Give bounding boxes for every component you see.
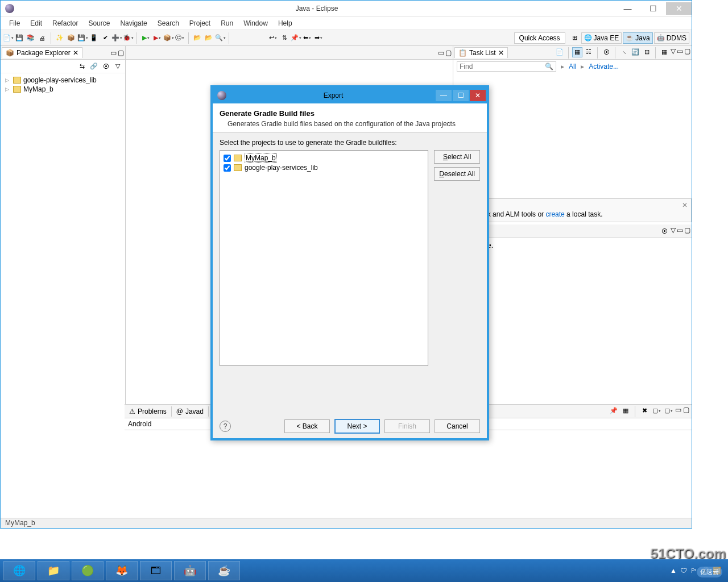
task-cat-icon[interactable]: ▦ — [572, 47, 582, 57]
menu-help[interactable]: Help — [273, 18, 297, 29]
save-drop-icon[interactable]: 💾 — [77, 33, 88, 43]
pin-icon[interactable]: 📌 — [291, 33, 301, 43]
console-open-icon[interactable]: ▢ — [651, 406, 661, 416]
project-item[interactable]: google-play-services_lib — [222, 163, 425, 172]
avd-icon[interactable]: 📱 — [89, 33, 99, 43]
task-new-icon[interactable]: 📄 — [555, 47, 565, 57]
taskbar-eclipse-icon[interactable]: ☕ — [208, 561, 240, 580]
run-icon[interactable]: ▶ — [140, 33, 151, 43]
focus-icon[interactable]: ⦿ — [101, 61, 111, 72]
taskbar-android-studio-icon[interactable]: 🤖 — [174, 561, 206, 580]
tree-item[interactable]: ▷MyMap_b — [2, 85, 124, 94]
console-clear-icon[interactable]: ✖ — [639, 406, 650, 416]
persp-java[interactable]: ☕ Java — [623, 32, 652, 44]
wand-icon[interactable]: ✨ — [55, 33, 65, 43]
project-item[interactable]: MyMap_b — [222, 153, 425, 163]
run-ext-icon[interactable]: ▶ — [152, 33, 162, 43]
maximize-view-icon[interactable]: ▢ — [118, 49, 124, 57]
project-checkbox[interactable] — [224, 155, 231, 162]
menu-run[interactable]: Run — [216, 18, 238, 29]
menu-navigate[interactable]: Navigate — [115, 18, 152, 29]
minimize-task-icon[interactable]: ▭ — [677, 47, 683, 59]
minimize-outline-icon[interactable]: ▭ — [677, 226, 683, 236]
next-button[interactable]: Next > — [334, 419, 380, 434]
console-disp-icon[interactable]: ▦ — [621, 406, 631, 416]
task-sched-icon[interactable]: ☵ — [584, 47, 594, 57]
deselect-all-button[interactable]: Deselect All — [434, 167, 480, 181]
persp-ddms[interactable]: 🤖 DDMS — [654, 32, 689, 44]
maximize-outline-icon[interactable]: ▢ — [684, 226, 690, 236]
select-all-button[interactable]: Select All — [434, 150, 480, 164]
javadoc-tab[interactable]: @ Javad — [172, 406, 209, 417]
save-icon[interactable]: 💾 — [14, 33, 24, 43]
toggle-icon[interactable]: ⇅ — [279, 33, 289, 43]
tray-shield-icon[interactable]: 🛡 — [680, 567, 687, 575]
minimize-view-icon[interactable]: ▭ — [110, 49, 117, 57]
collapse-icon[interactable]: ⇆ — [77, 61, 87, 72]
quick-access[interactable]: Quick Access — [514, 32, 565, 44]
task-focus-icon[interactable]: ⦿ — [601, 47, 611, 57]
new-proj-icon[interactable]: ➕ — [111, 33, 122, 43]
console-new-icon[interactable]: ▢ — [663, 406, 673, 416]
task-search-input[interactable] — [460, 63, 545, 70]
nav-icon[interactable]: ↩ — [268, 33, 278, 43]
minimize-bottom-icon[interactable]: ▭ — [675, 406, 681, 417]
maximize-button[interactable]: ☐ — [640, 2, 666, 15]
task-list-tab[interactable]: 📋 Task List ✕ — [454, 47, 508, 58]
taskbar-explorer-icon[interactable]: 📁 — [38, 561, 69, 580]
taskbar-ie-icon[interactable]: 🌐 — [3, 561, 35, 580]
dialog-maximize-button[interactable]: ☐ — [453, 90, 469, 101]
menu-refactor[interactable]: Refactor — [47, 18, 83, 29]
task-all-link[interactable]: All — [569, 63, 576, 70]
menu-project[interactable]: Project — [184, 18, 216, 29]
task-ui-icon[interactable]: ▦ — [659, 47, 669, 57]
maximize-editor-icon[interactable]: ▢ — [445, 49, 452, 57]
fwd-icon[interactable]: ➡ — [313, 33, 324, 43]
project-checkbox[interactable] — [224, 164, 231, 172]
menu-edit[interactable]: Edit — [25, 18, 47, 29]
open-type-icon[interactable]: 📂 — [192, 33, 202, 43]
new-icon[interactable]: 📄 — [3, 33, 13, 43]
dialog-titlebar[interactable]: Export — ☐ ✕ — [213, 88, 487, 103]
cancel-button[interactable]: Cancel — [435, 419, 480, 433]
close-mylyn-icon[interactable]: ✕ — [682, 201, 688, 209]
mylyn-create-link[interactable]: create — [545, 210, 564, 218]
problems-tab[interactable]: ⚠ Problems — [125, 406, 172, 417]
package-explorer-tab[interactable]: 📦 Package Explorer ✕ — [2, 47, 82, 58]
task-sync-icon[interactable]: 🔄 — [630, 47, 640, 57]
taskbar-app-icon[interactable]: 🗔 — [140, 561, 172, 580]
menu-file[interactable]: File — [4, 18, 25, 29]
open-perspective-icon[interactable]: ⊞ — [570, 33, 580, 43]
outline-menu-icon[interactable]: ▽ — [671, 226, 676, 236]
search-icon[interactable]: 🔍 — [215, 33, 225, 43]
back-icon[interactable]: ⬅ — [302, 33, 312, 43]
box-icon[interactable]: 📦 — [66, 33, 76, 43]
task-activate-link[interactable]: Activate... — [589, 63, 619, 70]
new-pkg-icon[interactable]: 📦 — [163, 33, 173, 43]
task-menu-icon[interactable]: ▽ — [671, 47, 676, 59]
task-collapse-icon[interactable]: ⊟ — [642, 47, 652, 57]
new-class-icon[interactable]: Ⓒ — [175, 33, 185, 43]
persp-javaee[interactable]: 🌐 Java EE — [581, 32, 622, 44]
taskbar-firefox-icon[interactable]: 🦊 — [106, 561, 138, 580]
tree-item[interactable]: ▷google-play-services_lib — [2, 76, 124, 85]
view-menu-icon[interactable]: ▽ — [113, 61, 123, 72]
print-icon[interactable]: 🖨 — [37, 33, 47, 43]
lint-icon[interactable]: ✔ — [100, 33, 110, 43]
open-task-icon[interactable]: 📂 — [204, 33, 214, 43]
maximize-task-icon[interactable]: ▢ — [684, 47, 690, 59]
task-search[interactable]: 🔍 — [457, 61, 556, 72]
outline-focus-icon[interactable]: ⦿ — [659, 226, 669, 236]
tray-flag-icon[interactable]: ▲ — [670, 567, 677, 575]
save-all-icon[interactable]: 📚 — [26, 33, 36, 43]
link-icon[interactable]: 🔗 — [89, 61, 99, 72]
dialog-minimize-button[interactable]: — — [436, 90, 452, 101]
minimize-button[interactable]: — — [615, 2, 640, 15]
debug-icon[interactable]: 🐞 — [123, 33, 133, 43]
menu-window[interactable]: Window — [238, 18, 273, 29]
menu-search[interactable]: Search — [152, 18, 184, 29]
minimize-editor-icon[interactable]: ▭ — [438, 49, 444, 57]
project-list[interactable]: MyMap_b google-play-services_lib — [220, 150, 428, 366]
menu-source[interactable]: Source — [83, 18, 115, 29]
console-pin-icon[interactable]: 📌 — [609, 406, 619, 416]
